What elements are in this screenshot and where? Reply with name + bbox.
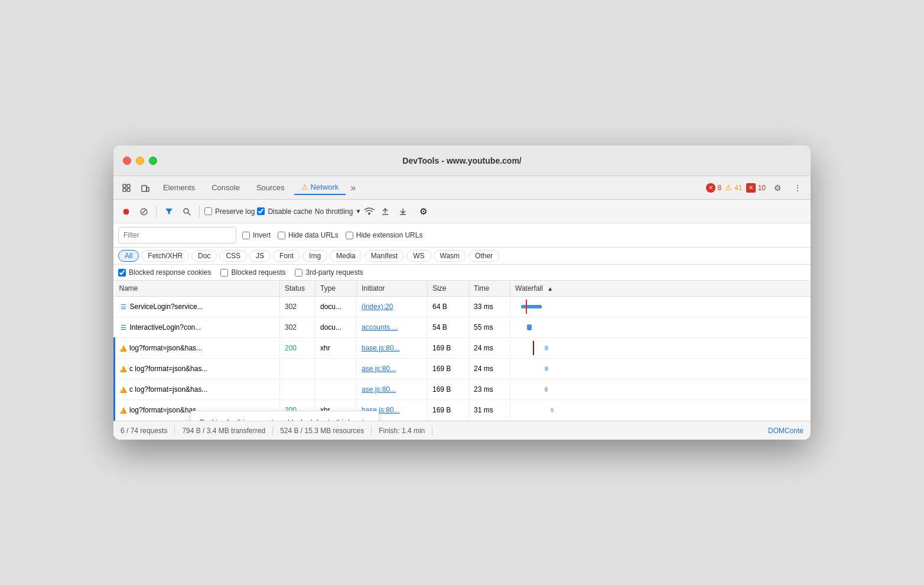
row-name-cell: ! c log?format=json&has... [115, 359, 280, 379]
invert-checkbox[interactable] [242, 232, 250, 239]
titlebar: DevTools - www.youtube.com/ [113, 145, 811, 176]
hide-data-urls-checkbox[interactable] [278, 232, 285, 239]
minimize-button[interactable] [136, 157, 144, 165]
row-type: xhr [315, 400, 357, 421]
row-status: 302 [280, 297, 315, 317]
type-btn-fetch-xhr[interactable]: Fetch/XHR [141, 250, 189, 262]
table-row[interactable]: ! c log?format=json&has... ase.js:80... … [115, 359, 811, 379]
more-tabs-button[interactable]: » [348, 183, 358, 193]
requests-count: 6 / 74 requests [121, 427, 175, 435]
invert-label[interactable]: Invert [242, 231, 271, 239]
type-btn-img[interactable]: Img [302, 250, 327, 262]
svg-rect-0 [123, 184, 126, 187]
type-btn-other[interactable]: Other [468, 250, 499, 262]
blocked-requests-label[interactable]: Blocked requests [220, 268, 285, 277]
row-waterfall [510, 379, 811, 400]
more-options-icon[interactable]: ⋮ [789, 180, 806, 196]
filter-icon[interactable] [161, 204, 177, 219]
table-row[interactable]: ☰ InteractiveLogin?con... 302 docu... ac… [115, 317, 811, 338]
row-initiator: base.js:80... [357, 400, 428, 421]
issues-badge: ✕ 10 [746, 183, 766, 193]
cursor-icon[interactable] [118, 180, 135, 196]
table-row[interactable]: ! log?format=json&has... 200 xhr base.js… [115, 338, 811, 359]
search-icon[interactable] [179, 204, 194, 219]
close-button[interactable] [123, 157, 131, 165]
row-status: 200 [280, 338, 315, 359]
row-name-cell: ! log?format=json&has... [115, 338, 280, 359]
type-btn-ws[interactable]: WS [406, 250, 431, 262]
filter-input[interactable] [118, 227, 236, 243]
col-header-initiator[interactable]: Initiator [357, 281, 428, 297]
disable-cache-checkbox[interactable] [257, 207, 265, 215]
tab-console[interactable]: Console [204, 181, 247, 194]
dom-content-loaded: DOMConte [768, 427, 803, 435]
upload-icon[interactable] [378, 204, 393, 219]
tab-sources[interactable]: Sources [249, 181, 292, 194]
row-initiator: (index):20 [357, 297, 428, 317]
hide-extension-urls-checkbox[interactable] [346, 232, 353, 239]
row-initiator: base.js:80... [357, 338, 428, 359]
stop-recording-button[interactable]: ⏺ [118, 204, 134, 219]
svg-point-8 [369, 213, 370, 214]
hide-extension-urls-label[interactable]: Hide extension URLs [346, 231, 423, 239]
preserve-log-label[interactable]: Preserve log [204, 207, 255, 216]
maximize-button[interactable] [149, 157, 157, 165]
col-header-size[interactable]: Size [428, 281, 469, 297]
col-header-type[interactable]: Type [315, 281, 357, 297]
type-btn-js[interactable]: JS [249, 250, 271, 262]
tab-network[interactable]: ⚠ Network [294, 180, 346, 195]
blocked-requests-checkbox[interactable] [220, 269, 228, 277]
row-time: 33 ms [469, 297, 510, 317]
wifi-icon [363, 206, 375, 217]
tab-bar-left: Elements Console Sources ⚠ Network » [118, 180, 358, 196]
clear-button[interactable]: ⊘ [136, 204, 151, 219]
hide-data-urls-label[interactable]: Hide data URLs [278, 231, 339, 239]
row-type: xhr [315, 338, 357, 359]
col-header-status[interactable]: Status [280, 281, 315, 297]
devtools-body: Elements Console Sources ⚠ Network » ✕ 8… [113, 176, 811, 440]
col-header-time[interactable]: Time [469, 281, 510, 297]
warning-icon: ! [120, 345, 127, 352]
type-btn-font[interactable]: Font [273, 250, 300, 262]
row-size: 169 B [428, 400, 469, 421]
network-settings-icon[interactable]: ⚙ [415, 204, 431, 219]
table-row[interactable]: ! c log?format=json&has... ase.js:80... … [115, 379, 811, 400]
row-status: 302 [280, 317, 315, 338]
type-btn-doc[interactable]: Doc [191, 250, 217, 262]
resources-size: 524 B / 15.3 MB resources [273, 427, 372, 435]
row-type [315, 379, 357, 400]
blocked-response-cookies-label[interactable]: Blocked response cookies [118, 268, 211, 277]
type-btn-manifest[interactable]: Manifest [365, 250, 404, 262]
device-toggle-icon[interactable] [137, 180, 154, 196]
type-btn-all[interactable]: All [118, 250, 139, 262]
toolbar-divider-2 [199, 206, 200, 217]
row-waterfall [510, 400, 811, 421]
row-name-cell: ☰ InteractiveLogin?con... [115, 317, 280, 338]
doc-icon: ☰ [119, 303, 128, 311]
sort-arrow-icon: ▲ [547, 285, 553, 292]
table-row[interactable]: ☰ ServiceLogin?service... 302 docu... (i… [115, 297, 811, 317]
third-party-requests-label[interactable]: 3rd-party requests [295, 268, 363, 277]
type-btn-wasm[interactable]: Wasm [434, 250, 467, 262]
third-party-requests-checkbox[interactable] [295, 269, 302, 277]
row-status: 200 [280, 400, 315, 421]
row-status [280, 359, 315, 379]
chevron-down-icon: ▼ [355, 208, 361, 214]
row-waterfall [510, 297, 811, 317]
transferred-size: 794 B / 3.4 MB transferred [175, 427, 273, 435]
download-icon[interactable] [395, 204, 411, 219]
disable-cache-label[interactable]: Disable cache [257, 207, 312, 216]
col-header-name[interactable]: Name [115, 281, 280, 297]
preserve-log-checkbox[interactable] [204, 207, 212, 215]
network-table: Name Status Type Initiator Size Time Wat… [113, 281, 811, 421]
settings-icon[interactable]: ⚙ [769, 180, 786, 196]
svg-rect-4 [142, 186, 147, 191]
throttle-select[interactable]: No throttling ▼ [315, 207, 362, 216]
type-btn-media[interactable]: Media [330, 250, 362, 262]
svg-rect-3 [127, 188, 130, 191]
table-row[interactable]: ! log?format=json&has... 200 xhr base.js… [115, 400, 811, 421]
blocked-response-cookies-checkbox[interactable] [118, 269, 126, 277]
col-header-waterfall[interactable]: Waterfall ▲ [510, 281, 811, 297]
tab-elements[interactable]: Elements [156, 181, 202, 194]
type-btn-css[interactable]: CSS [219, 250, 247, 262]
